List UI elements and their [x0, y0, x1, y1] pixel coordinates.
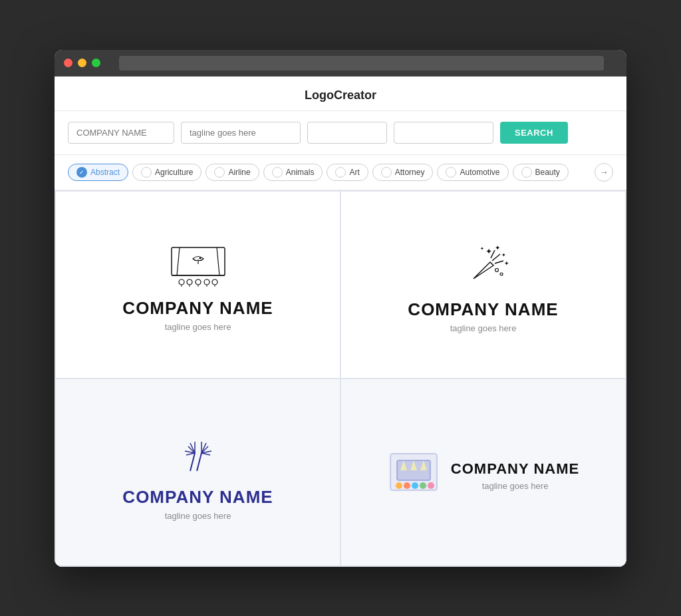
- logo4-company-name: COMPANY NAME: [451, 460, 579, 478]
- company-name-input[interactable]: [68, 122, 174, 144]
- address-bar: [119, 56, 604, 71]
- svg-text:✦: ✦: [501, 252, 506, 258]
- category-label: Art: [349, 168, 359, 177]
- check-icon-beauty: [521, 167, 532, 178]
- logo-icon-1: [165, 244, 231, 287]
- logo-grid: COMPANY NAME tagline goes here ✦ ✦: [55, 190, 626, 567]
- app-title-text: LogoCreator: [305, 88, 376, 102]
- maximize-button[interactable]: [92, 59, 100, 67]
- check-icon-airline: [214, 167, 225, 178]
- check-icon-automotive: [446, 167, 456, 178]
- svg-point-6: [187, 279, 192, 285]
- category-chip-automotive[interactable]: Automotive: [437, 164, 508, 181]
- app-window: LogoCreator SEARCH ✓ Abstract Agricultur…: [55, 50, 626, 567]
- field4-input[interactable]: [394, 122, 493, 144]
- check-icon-abstract: ✓: [76, 167, 87, 178]
- titlebar: [55, 50, 626, 77]
- logo-icon-2: ✦ ✦ ✦ ✦ ✦: [454, 242, 513, 289]
- svg-point-24: [500, 273, 503, 275]
- svg-point-9: [212, 279, 217, 285]
- svg-line-36: [202, 453, 210, 455]
- category-chip-art[interactable]: Art: [327, 164, 368, 181]
- minimize-button[interactable]: [78, 59, 86, 67]
- svg-line-31: [186, 453, 195, 455]
- svg-point-42: [396, 482, 402, 489]
- svg-line-1: [177, 247, 180, 275]
- svg-line-15: [492, 254, 500, 261]
- tagline-input[interactable]: [181, 122, 301, 144]
- category-label: Automotive: [460, 168, 499, 177]
- logo-card-3[interactable]: COMPANY NAME tagline goes here: [56, 379, 340, 565]
- svg-point-23: [495, 269, 498, 272]
- svg-text:✦: ✦: [504, 260, 509, 267]
- logo-card-4[interactable]: COMPANY NAME tagline goes here: [341, 379, 625, 565]
- category-bar: ✓ Abstract Agriculture Airline Animals A…: [55, 155, 626, 190]
- logo-icon-3: [172, 430, 225, 476]
- check-icon-attorney: [381, 167, 392, 178]
- check-icon-agriculture: [141, 167, 152, 178]
- category-chip-airline[interactable]: Airline: [205, 164, 259, 181]
- app-title: LogoCreator: [55, 77, 626, 111]
- logo2-company-name: COMPANY NAME: [408, 299, 558, 320]
- svg-text:✦: ✦: [480, 246, 484, 251]
- category-label: Abstract: [90, 168, 120, 177]
- svg-text:✦: ✦: [495, 244, 500, 251]
- svg-point-3: [199, 257, 201, 259]
- svg-point-43: [404, 482, 410, 489]
- categories-next-button[interactable]: →: [595, 163, 613, 182]
- logo4-text-group: COMPANY NAME tagline goes here: [451, 460, 579, 491]
- category-chip-beauty[interactable]: Beauty: [513, 164, 569, 181]
- logo-card-2[interactable]: ✦ ✦ ✦ ✦ ✦ COMPANY NAME tagline goes here: [341, 192, 625, 378]
- category-label: Beauty: [535, 168, 560, 177]
- svg-line-26: [197, 453, 202, 471]
- category-label: Agriculture: [155, 168, 193, 177]
- logo-icon-4: [387, 444, 440, 497]
- search-button[interactable]: SEARCH: [500, 122, 568, 144]
- category-label: Animals: [286, 168, 315, 177]
- svg-line-2: [217, 247, 219, 275]
- close-button[interactable]: [64, 59, 72, 67]
- svg-line-25: [190, 453, 195, 471]
- logo4-tagline: tagline goes here: [451, 481, 579, 491]
- logo3-tagline: tagline goes here: [165, 511, 231, 521]
- svg-line-33: [202, 443, 206, 453]
- category-label: Airline: [228, 168, 250, 177]
- field3-input[interactable]: [307, 122, 387, 144]
- logo-card-1[interactable]: COMPANY NAME tagline goes here: [56, 192, 340, 378]
- svg-text:✦: ✦: [485, 247, 492, 256]
- category-chip-abstract[interactable]: ✓ Abstract: [68, 164, 128, 181]
- check-icon-art: [335, 167, 346, 178]
- logo3-company-name: COMPANY NAME: [122, 487, 273, 508]
- category-chip-animals[interactable]: Animals: [263, 164, 323, 181]
- app-content: LogoCreator SEARCH ✓ Abstract Agricultur…: [55, 77, 626, 567]
- svg-point-7: [196, 279, 201, 285]
- svg-point-5: [179, 279, 184, 285]
- svg-point-45: [420, 482, 426, 489]
- svg-line-16: [495, 261, 503, 263]
- search-bar: SEARCH: [55, 111, 626, 155]
- svg-point-8: [204, 279, 209, 285]
- svg-point-44: [412, 482, 418, 489]
- svg-point-46: [428, 482, 434, 489]
- category-label: Attorney: [395, 168, 425, 177]
- category-chip-attorney[interactable]: Attorney: [372, 164, 434, 181]
- logo1-company-name: COMPANY NAME: [122, 298, 273, 319]
- svg-line-28: [190, 443, 195, 453]
- logo2-tagline: tagline goes here: [450, 323, 517, 333]
- check-icon-animals: [272, 167, 283, 178]
- category-chip-agriculture[interactable]: Agriculture: [132, 164, 202, 181]
- logo1-tagline: tagline goes here: [165, 322, 231, 332]
